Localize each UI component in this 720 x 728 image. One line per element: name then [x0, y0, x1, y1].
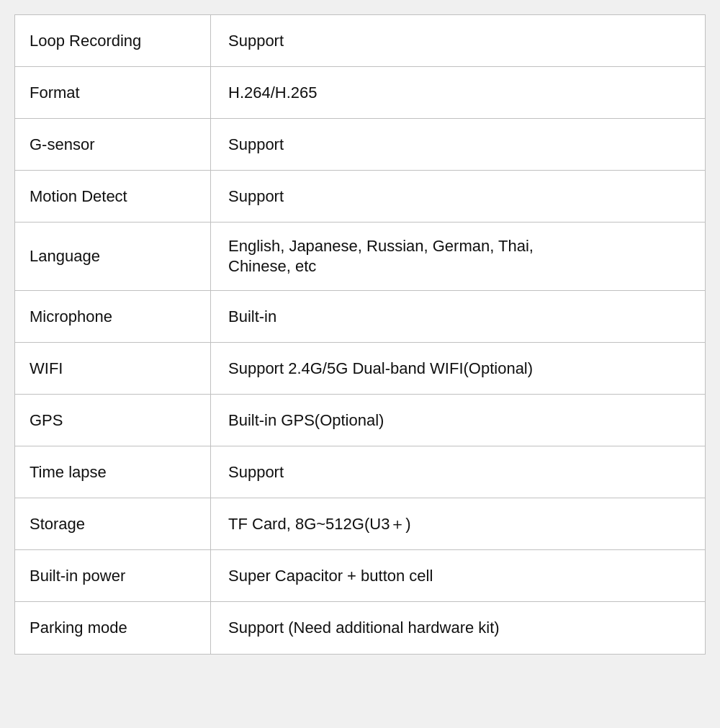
cell-value-language: English, Japanese, Russian, German, Thai… [211, 223, 705, 290]
cell-label-format: Format [15, 67, 211, 118]
cell-value-microphone: Built-in [211, 291, 705, 342]
table-row: FormatH.264/H.265 [15, 67, 705, 119]
cell-value-g-sensor: Support [211, 119, 705, 170]
cell-label-gps: GPS [15, 395, 211, 446]
cell-value-time-lapse: Support [211, 446, 705, 498]
cell-label-time-lapse: Time lapse [15, 446, 211, 498]
cell-label-loop-recording: Loop Recording [15, 15, 211, 66]
table-row: G-sensorSupport [15, 119, 705, 171]
cell-label-storage: Storage [15, 498, 211, 549]
specs-table: Loop RecordingSupportFormatH.264/H.265G-… [14, 14, 706, 655]
cell-label-motion-detect: Motion Detect [15, 171, 211, 222]
table-row: Time lapseSupport [15, 446, 705, 498]
cell-value-motion-detect: Support [211, 171, 705, 222]
cell-label-g-sensor: G-sensor [15, 119, 211, 170]
cell-value-wifi: Support 2.4G/5G Dual-band WIFI(Optional) [211, 343, 705, 394]
table-row: MicrophoneBuilt-in [15, 291, 705, 343]
cell-value-loop-recording: Support [211, 15, 705, 66]
table-row: Parking modeSupport (Need additional har… [15, 602, 705, 654]
cell-label-microphone: Microphone [15, 291, 211, 342]
table-row: Built-in powerSuper Capacitor + button c… [15, 550, 705, 602]
cell-value-built-in-power: Super Capacitor + button cell [211, 550, 705, 601]
table-row: StorageTF Card, 8G~512G(U3＋) [15, 498, 705, 550]
cell-value-format: H.264/H.265 [211, 67, 705, 118]
table-row: Motion DetectSupport [15, 171, 705, 223]
table-row: Loop RecordingSupport [15, 15, 705, 67]
cell-label-parking-mode: Parking mode [15, 602, 211, 654]
table-row: WIFISupport 2.4G/5G Dual-band WIFI(Optio… [15, 343, 705, 395]
table-row: GPSBuilt-in GPS(Optional) [15, 395, 705, 446]
cell-value-gps: Built-in GPS(Optional) [211, 395, 705, 446]
table-row: LanguageEnglish, Japanese, Russian, Germ… [15, 223, 705, 291]
cell-value-storage: TF Card, 8G~512G(U3＋) [211, 498, 705, 549]
cell-label-language: Language [15, 223, 211, 290]
cell-label-built-in-power: Built-in power [15, 550, 211, 601]
cell-label-wifi: WIFI [15, 343, 211, 394]
cell-value-parking-mode: Support (Need additional hardware kit) [211, 602, 705, 654]
